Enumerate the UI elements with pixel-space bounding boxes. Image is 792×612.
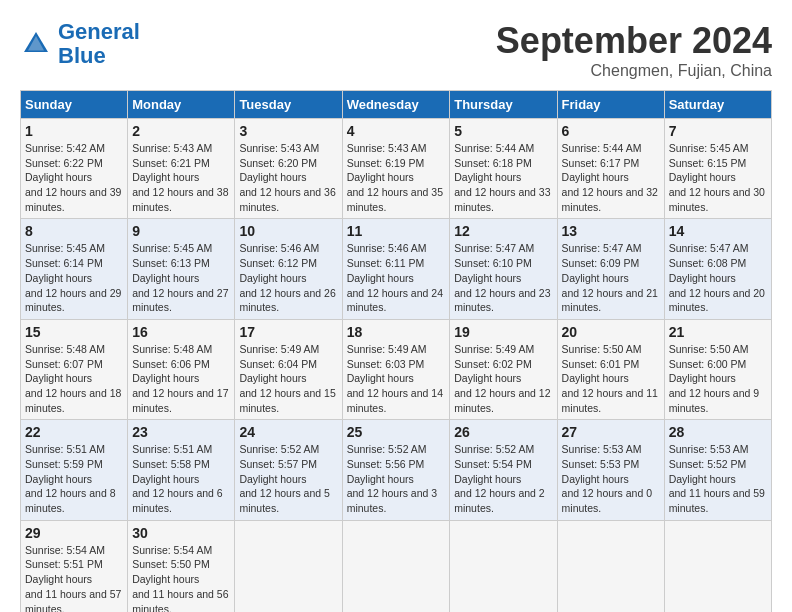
day-number: 8 — [25, 223, 123, 239]
col-saturday: Saturday — [664, 91, 771, 119]
table-row: 24 Sunrise: 5:52 AM Sunset: 5:57 PM Dayl… — [235, 420, 342, 520]
table-row: 20 Sunrise: 5:50 AM Sunset: 6:01 PM Dayl… — [557, 319, 664, 419]
calendar-week-row: 15 Sunrise: 5:48 AM Sunset: 6:07 PM Dayl… — [21, 319, 772, 419]
day-info: Sunrise: 5:43 AM Sunset: 6:20 PM Dayligh… — [239, 141, 337, 214]
day-number: 17 — [239, 324, 337, 340]
col-sunday: Sunday — [21, 91, 128, 119]
calendar-week-row: 29 Sunrise: 5:54 AM Sunset: 5:51 PM Dayl… — [21, 520, 772, 612]
day-info: Sunrise: 5:49 AM Sunset: 6:03 PM Dayligh… — [347, 342, 446, 415]
table-row: 4 Sunrise: 5:43 AM Sunset: 6:19 PM Dayli… — [342, 119, 450, 219]
day-info: Sunrise: 5:54 AM Sunset: 5:51 PM Dayligh… — [25, 543, 123, 612]
table-row: 28 Sunrise: 5:53 AM Sunset: 5:52 PM Dayl… — [664, 420, 771, 520]
day-info: Sunrise: 5:52 AM Sunset: 5:56 PM Dayligh… — [347, 442, 446, 515]
day-info: Sunrise: 5:51 AM Sunset: 5:59 PM Dayligh… — [25, 442, 123, 515]
table-row: 7 Sunrise: 5:45 AM Sunset: 6:15 PM Dayli… — [664, 119, 771, 219]
day-info: Sunrise: 5:44 AM Sunset: 6:18 PM Dayligh… — [454, 141, 552, 214]
day-number: 25 — [347, 424, 446, 440]
table-row: 16 Sunrise: 5:48 AM Sunset: 6:06 PM Dayl… — [128, 319, 235, 419]
day-info: Sunrise: 5:43 AM Sunset: 6:21 PM Dayligh… — [132, 141, 230, 214]
table-row: 5 Sunrise: 5:44 AM Sunset: 6:18 PM Dayli… — [450, 119, 557, 219]
day-info: Sunrise: 5:49 AM Sunset: 6:04 PM Dayligh… — [239, 342, 337, 415]
logo-line2: Blue — [58, 43, 106, 68]
table-row — [342, 520, 450, 612]
table-row: 15 Sunrise: 5:48 AM Sunset: 6:07 PM Dayl… — [21, 319, 128, 419]
day-info: Sunrise: 5:48 AM Sunset: 6:07 PM Dayligh… — [25, 342, 123, 415]
calendar-body: 1 Sunrise: 5:42 AM Sunset: 6:22 PM Dayli… — [21, 119, 772, 613]
logo-line1: General — [58, 19, 140, 44]
day-info: Sunrise: 5:50 AM Sunset: 6:01 PM Dayligh… — [562, 342, 660, 415]
calendar-week-row: 22 Sunrise: 5:51 AM Sunset: 5:59 PM Dayl… — [21, 420, 772, 520]
day-number: 20 — [562, 324, 660, 340]
day-info: Sunrise: 5:46 AM Sunset: 6:12 PM Dayligh… — [239, 241, 337, 314]
table-row: 6 Sunrise: 5:44 AM Sunset: 6:17 PM Dayli… — [557, 119, 664, 219]
day-info: Sunrise: 5:53 AM Sunset: 5:52 PM Dayligh… — [669, 442, 767, 515]
table-row: 29 Sunrise: 5:54 AM Sunset: 5:51 PM Dayl… — [21, 520, 128, 612]
day-info: Sunrise: 5:45 AM Sunset: 6:14 PM Dayligh… — [25, 241, 123, 314]
page-header: General Blue September 2024 Chengmen, Fu… — [20, 20, 772, 80]
day-number: 18 — [347, 324, 446, 340]
table-row: 14 Sunrise: 5:47 AM Sunset: 6:08 PM Dayl… — [664, 219, 771, 319]
calendar-table: Sunday Monday Tuesday Wednesday Thursday… — [20, 90, 772, 612]
table-row — [450, 520, 557, 612]
day-number: 23 — [132, 424, 230, 440]
day-info: Sunrise: 5:47 AM Sunset: 6:10 PM Dayligh… — [454, 241, 552, 314]
logo-icon — [20, 28, 52, 60]
table-row: 30 Sunrise: 5:54 AM Sunset: 5:50 PM Dayl… — [128, 520, 235, 612]
logo: General Blue — [20, 20, 140, 68]
table-row: 17 Sunrise: 5:49 AM Sunset: 6:04 PM Dayl… — [235, 319, 342, 419]
day-number: 6 — [562, 123, 660, 139]
col-monday: Monday — [128, 91, 235, 119]
day-number: 14 — [669, 223, 767, 239]
col-friday: Friday — [557, 91, 664, 119]
table-row — [557, 520, 664, 612]
title-block: September 2024 Chengmen, Fujian, China — [496, 20, 772, 80]
table-row: 25 Sunrise: 5:52 AM Sunset: 5:56 PM Dayl… — [342, 420, 450, 520]
location-subtitle: Chengmen, Fujian, China — [496, 62, 772, 80]
table-row: 12 Sunrise: 5:47 AM Sunset: 6:10 PM Dayl… — [450, 219, 557, 319]
month-title: September 2024 — [496, 20, 772, 62]
day-number: 5 — [454, 123, 552, 139]
table-row: 27 Sunrise: 5:53 AM Sunset: 5:53 PM Dayl… — [557, 420, 664, 520]
col-wednesday: Wednesday — [342, 91, 450, 119]
day-info: Sunrise: 5:52 AM Sunset: 5:57 PM Dayligh… — [239, 442, 337, 515]
day-info: Sunrise: 5:42 AM Sunset: 6:22 PM Dayligh… — [25, 141, 123, 214]
table-row — [664, 520, 771, 612]
table-row: 23 Sunrise: 5:51 AM Sunset: 5:58 PM Dayl… — [128, 420, 235, 520]
day-info: Sunrise: 5:43 AM Sunset: 6:19 PM Dayligh… — [347, 141, 446, 214]
table-row: 9 Sunrise: 5:45 AM Sunset: 6:13 PM Dayli… — [128, 219, 235, 319]
calendar-header-row: Sunday Monday Tuesday Wednesday Thursday… — [21, 91, 772, 119]
table-row: 10 Sunrise: 5:46 AM Sunset: 6:12 PM Dayl… — [235, 219, 342, 319]
calendar-week-row: 1 Sunrise: 5:42 AM Sunset: 6:22 PM Dayli… — [21, 119, 772, 219]
calendar-week-row: 8 Sunrise: 5:45 AM Sunset: 6:14 PM Dayli… — [21, 219, 772, 319]
day-info: Sunrise: 5:53 AM Sunset: 5:53 PM Dayligh… — [562, 442, 660, 515]
table-row: 21 Sunrise: 5:50 AM Sunset: 6:00 PM Dayl… — [664, 319, 771, 419]
table-row: 13 Sunrise: 5:47 AM Sunset: 6:09 PM Dayl… — [557, 219, 664, 319]
table-row: 8 Sunrise: 5:45 AM Sunset: 6:14 PM Dayli… — [21, 219, 128, 319]
day-number: 26 — [454, 424, 552, 440]
day-number: 3 — [239, 123, 337, 139]
table-row: 1 Sunrise: 5:42 AM Sunset: 6:22 PM Dayli… — [21, 119, 128, 219]
day-info: Sunrise: 5:47 AM Sunset: 6:08 PM Dayligh… — [669, 241, 767, 314]
day-info: Sunrise: 5:52 AM Sunset: 5:54 PM Dayligh… — [454, 442, 552, 515]
day-number: 27 — [562, 424, 660, 440]
day-number: 15 — [25, 324, 123, 340]
day-number: 13 — [562, 223, 660, 239]
day-number: 2 — [132, 123, 230, 139]
table-row: 11 Sunrise: 5:46 AM Sunset: 6:11 PM Dayl… — [342, 219, 450, 319]
day-number: 1 — [25, 123, 123, 139]
table-row: 22 Sunrise: 5:51 AM Sunset: 5:59 PM Dayl… — [21, 420, 128, 520]
day-number: 4 — [347, 123, 446, 139]
day-info: Sunrise: 5:44 AM Sunset: 6:17 PM Dayligh… — [562, 141, 660, 214]
day-info: Sunrise: 5:47 AM Sunset: 6:09 PM Dayligh… — [562, 241, 660, 314]
day-number: 7 — [669, 123, 767, 139]
day-info: Sunrise: 5:51 AM Sunset: 5:58 PM Dayligh… — [132, 442, 230, 515]
day-number: 22 — [25, 424, 123, 440]
day-number: 19 — [454, 324, 552, 340]
col-thursday: Thursday — [450, 91, 557, 119]
col-tuesday: Tuesday — [235, 91, 342, 119]
table-row — [235, 520, 342, 612]
day-number: 30 — [132, 525, 230, 541]
table-row: 26 Sunrise: 5:52 AM Sunset: 5:54 PM Dayl… — [450, 420, 557, 520]
day-number: 28 — [669, 424, 767, 440]
day-number: 29 — [25, 525, 123, 541]
